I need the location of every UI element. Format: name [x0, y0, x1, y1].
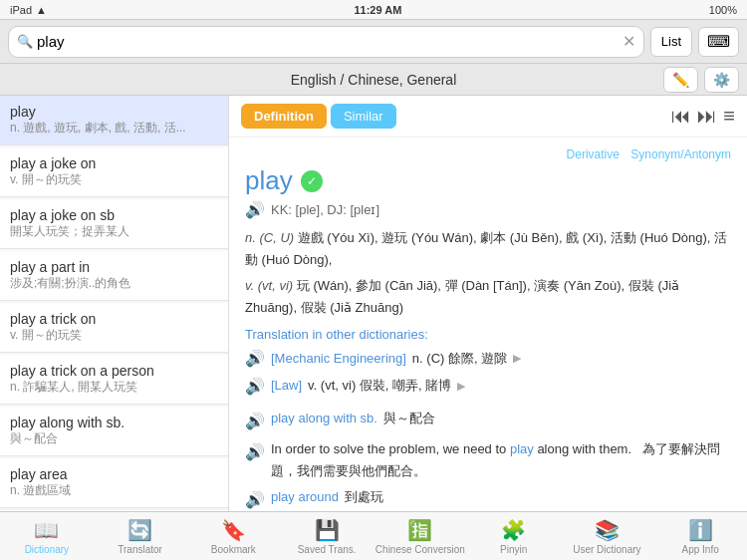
- tab-icon: 🧩: [501, 518, 526, 542]
- tab-item-user-dictionary[interactable]: 📚User Dictionary: [561, 512, 654, 560]
- tab-label: User Dictionary: [573, 544, 640, 555]
- main-area: play n. 遊戲, 遊玩, 劇本, 戲, 活動, 活...play a jo…: [0, 96, 747, 511]
- speaker-icon[interactable]: 🔊: [245, 200, 265, 219]
- search-input-container[interactable]: 🔍 ✕: [8, 26, 644, 58]
- example-speaker[interactable]: 🔊: [245, 408, 265, 434]
- sidebar-word: play: [10, 104, 218, 120]
- sidebar-item[interactable]: play a trick on v. 開～的玩笑: [0, 303, 228, 353]
- trans-speaker[interactable]: 🔊: [245, 374, 265, 400]
- headword-action-button[interactable]: ✓: [301, 170, 323, 192]
- entries-container: n. (C, U) 遊戲 (Yóu Xì), 遊玩 (Yóu Wán), 劇本 …: [245, 227, 731, 319]
- edit-button[interactable]: ✏️: [663, 67, 698, 93]
- trans-tag: [Mechanic Engineering]: [271, 349, 406, 370]
- entry-zh: 玩 (Wán), 參加 (Cān Jiā), 彈 (Dàn [Tán]), 演奏…: [245, 278, 679, 315]
- status-left: iPad ▲: [10, 4, 47, 16]
- example-phrase-line: 🔊play around 到處玩: [245, 486, 731, 511]
- sidebar-word: play a part in: [10, 259, 218, 275]
- trans-arrow: ▶: [457, 378, 465, 396]
- list-view-button[interactable]: ≡: [723, 105, 735, 128]
- tab-item-dictionary[interactable]: 📖Dictionary: [0, 512, 94, 560]
- trans-text: v. (vt, vi) 假裝, 嘲弄, 賭博: [308, 376, 451, 397]
- sidebar-item[interactable]: play a joke on v. 開～的玩笑: [0, 147, 228, 197]
- sidebar-item[interactable]: play around 到處玩: [0, 510, 228, 511]
- tab-icon: 🔄: [127, 518, 152, 542]
- tab-icon: 💾: [315, 518, 340, 542]
- search-icon: 🔍: [17, 34, 33, 49]
- sidebar-pos: v. 開～的玩笑: [10, 171, 218, 188]
- status-time: 11:29 AM: [354, 4, 401, 16]
- sidebar: play n. 遊戲, 遊玩, 劇本, 戲, 活動, 活...play a jo…: [0, 96, 229, 511]
- derivative-link[interactable]: Derivative: [567, 147, 620, 161]
- tab-item-pinyin[interactable]: 🧩Pinyin: [467, 512, 561, 560]
- headword-text: play: [245, 165, 293, 196]
- def-entry: n. (C, U) 遊戲 (Yóu Xì), 遊玩 (Yóu Wán), 劇本 …: [245, 227, 731, 271]
- tab-definition[interactable]: Definition: [241, 104, 327, 129]
- example-phrase: play along with sb.: [271, 408, 377, 429]
- tab-icon: 📖: [34, 518, 59, 542]
- trans-tag: [Law]: [271, 376, 302, 397]
- trans-speaker[interactable]: 🔊: [245, 346, 265, 372]
- sidebar-pos: 開某人玩笑；捉弄某人: [10, 223, 218, 240]
- entry-zh: 遊戲 (Yóu Xì), 遊玩 (Yóu Wán), 劇本 (Jù Běn), …: [245, 230, 727, 267]
- tab-item-app-info[interactable]: ℹ️App Info: [653, 512, 747, 560]
- sidebar-pos: v. 開～的玩笑: [10, 327, 218, 344]
- wifi-icon: ▲: [36, 4, 47, 16]
- sidebar-word: play area: [10, 466, 218, 482]
- language-controls: ✏️ ⚙️: [663, 67, 739, 93]
- definition-area: Derivative Synonym/Antonym play ✓ 🔊 KK: …: [229, 138, 747, 511]
- tab-label: App Info: [681, 544, 718, 555]
- content-controls: ⏮ ⏭ ≡: [671, 105, 735, 128]
- tab-label: Pinyin: [500, 544, 527, 555]
- def-entry: v. (vt, vi) 玩 (Wán), 參加 (Cān Jiā), 彈 (Dà…: [245, 275, 731, 319]
- example-speaker[interactable]: 🔊: [245, 438, 265, 465]
- tab-item-translator[interactable]: 🔄Translator: [94, 512, 187, 560]
- tab-icon: 🈯: [407, 518, 432, 542]
- example-phrase-zh: 與～配合: [383, 408, 435, 429]
- tab-item-bookmark[interactable]: 🔖Bookmark: [187, 512, 281, 560]
- clear-icon[interactable]: ✕: [622, 32, 635, 51]
- ipad-label: iPad: [10, 4, 32, 16]
- trans-entry: 🔊[Mechanic Engineering] n. (C) 餘際, 遊隙 ▶: [245, 346, 731, 372]
- sidebar-item[interactable]: play area n. 遊戲區域: [0, 458, 228, 508]
- sidebar-word: play a joke on sb: [10, 207, 218, 223]
- entry-pos: n. (C, U): [245, 230, 294, 245]
- forward-button[interactable]: ⏭: [697, 105, 717, 128]
- example-phrase: play around: [271, 486, 339, 508]
- sidebar-item[interactable]: play along with sb. 與～配合: [0, 407, 228, 456]
- example-eng: In order to solve the problem, we need t…: [271, 438, 731, 482]
- tab-similar[interactable]: Similar: [331, 104, 396, 129]
- list-button[interactable]: List: [650, 27, 692, 57]
- tab-bar: 📖Dictionary🔄Translator🔖Bookmark💾Saved Tr…: [0, 511, 747, 560]
- tab-label: Chinese Conversion: [375, 544, 465, 555]
- search-input[interactable]: [37, 33, 622, 50]
- trans-arrow: ▶: [513, 350, 521, 368]
- sidebar-word: play a joke on: [10, 155, 218, 171]
- sidebar-pos: n. 遊戲, 遊玩, 劇本, 戲, 活動, 活...: [10, 120, 218, 137]
- example-sentence-line: 🔊In order to solve the problem, we need …: [245, 438, 731, 482]
- def-links: Derivative Synonym/Antonym: [245, 147, 731, 161]
- sidebar-word: play a trick on: [10, 311, 218, 327]
- tab-item-chinese-conversion[interactable]: 🈯Chinese Conversion: [374, 512, 467, 560]
- battery-label: 100%: [709, 4, 737, 16]
- tab-icon: 🔖: [221, 518, 246, 542]
- sidebar-word: play a trick on a person: [10, 363, 218, 379]
- status-bar: iPad ▲ 11:29 AM 100%: [0, 0, 747, 20]
- example-speaker[interactable]: 🔊: [245, 486, 265, 511]
- settings-button[interactable]: ⚙️: [704, 67, 739, 93]
- tab-item-saved-trans.[interactable]: 💾Saved Trans.: [280, 512, 374, 560]
- translation-header: Translation in other dictionaries:: [245, 327, 731, 342]
- tab-icon: 📚: [595, 518, 620, 542]
- sidebar-item[interactable]: play a joke on sb 開某人玩笑；捉弄某人: [0, 199, 228, 249]
- sidebar-item[interactable]: play n. 遊戲, 遊玩, 劇本, 戲, 活動, 活...: [0, 96, 228, 145]
- content-area: Definition Similar ⏮ ⏭ ≡ Derivative Syno…: [229, 96, 747, 511]
- rewind-button[interactable]: ⏮: [671, 105, 691, 128]
- synonym-link[interactable]: Synonym/Antonym: [630, 147, 731, 161]
- sidebar-item[interactable]: play a part in 涉及;有關;扮演..的角色: [0, 251, 228, 301]
- tab-label: Bookmark: [211, 544, 256, 555]
- trans-entry: 🔊[Law] v. (vt, vi) 假裝, 嘲弄, 賭博 ▶: [245, 374, 731, 400]
- sidebar-item[interactable]: play a trick on a person n. 詐騙某人, 開某人玩笑: [0, 355, 228, 405]
- tab-label: Dictionary: [25, 544, 69, 555]
- keyboard-button[interactable]: ⌨: [698, 27, 739, 57]
- tab-label: Saved Trans.: [298, 544, 357, 555]
- sidebar-pos: 涉及;有關;扮演..的角色: [10, 275, 218, 292]
